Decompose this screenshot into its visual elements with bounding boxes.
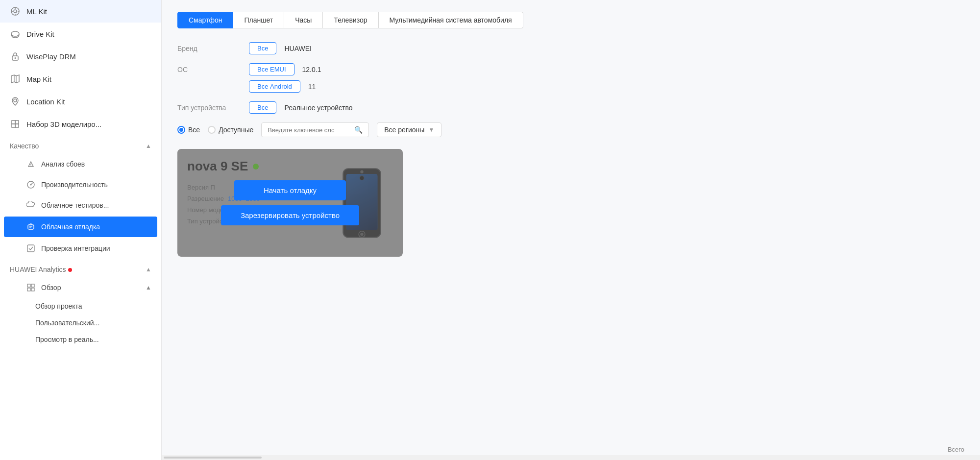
sidebar-item-label: Проверка интеграции: [41, 244, 110, 252]
search-input-wrap[interactable]: 🔍: [261, 122, 369, 137]
tab-smartphone[interactable]: Смартфон: [177, 12, 233, 28]
perf-icon: [25, 179, 36, 190]
svg-rect-26: [31, 284, 34, 287]
brand-all-button[interactable]: Все: [249, 42, 276, 54]
sidebar-item-overview[interactable]: Обзор ▲: [0, 277, 161, 298]
os-emui-value: 12.0.1: [302, 66, 321, 73]
chevron-down-icon: ▼: [428, 126, 434, 133]
sidebar-item-label: Map Kit: [26, 75, 51, 83]
sidebar-item-label: Анализ сбоев: [41, 160, 85, 168]
radio-all-dot: [177, 126, 185, 134]
sidebar-item-location-kit[interactable]: Location Kit: [0, 90, 161, 113]
3d-icon: [10, 119, 21, 129]
search-filter-row: Все Доступные 🔍 Все регионы ▼: [177, 122, 964, 137]
radio-available-label: Доступные: [219, 126, 253, 134]
os-android-filter-row: Все Android 11: [177, 80, 964, 93]
sidebar-item-map-kit[interactable]: Map Kit: [0, 68, 161, 90]
svg-rect-13: [12, 121, 15, 124]
radio-all[interactable]: Все: [177, 126, 200, 134]
brand-value: HUAWEI: [284, 45, 311, 52]
sidebar-item-label: Производительность: [41, 181, 108, 189]
tab-tv[interactable]: Телевизор: [323, 12, 378, 28]
quality-section-header[interactable]: Качество ▲: [0, 135, 161, 154]
sidebar-item-label: Drive Kit: [26, 30, 54, 38]
sidebar-item-label: ML Kit: [26, 7, 47, 16]
tab-car[interactable]: Мультимедийная система автомобиля: [379, 12, 523, 28]
cloud-test-icon: [25, 200, 36, 211]
content-area: Смартфон Планшет Часы Телевизор Мультиме…: [162, 0, 980, 441]
horizontal-scrollbar[interactable]: [162, 455, 980, 460]
sidebar-item-drive-kit[interactable]: Drive Kit: [0, 23, 161, 45]
chevron-up-icon3: ▲: [146, 284, 151, 291]
os-filter-row: ОС Все EMUI 12.0.1: [177, 63, 964, 75]
crash-icon: [25, 159, 36, 169]
svg-rect-16: [15, 124, 19, 127]
reserve-device-button[interactable]: Зарезервировать устройство: [221, 205, 359, 225]
tab-watch[interactable]: Часы: [284, 12, 323, 28]
device-type-tabs: Смартфон Планшет Часы Телевизор Мультиме…: [177, 12, 964, 28]
os-android-button[interactable]: Все Android: [249, 80, 300, 93]
svg-rect-24: [27, 245, 34, 252]
lock-icon: [10, 51, 21, 62]
device-type-all-button[interactable]: Все: [249, 101, 276, 114]
svg-point-6: [11, 31, 19, 36]
drive-icon: [10, 28, 21, 39]
overview-icon: [25, 282, 36, 293]
radio-available[interactable]: Доступные: [208, 126, 253, 134]
sidebar-item-ml-kit[interactable]: ML Kit: [0, 0, 161, 23]
sidebar-item-cloud-testing[interactable]: Облачное тестиров...: [0, 195, 161, 216]
sidebar: ML Kit Drive Kit WisePlay DRM Map Kit Lo…: [0, 0, 162, 460]
search-icon: 🔍: [354, 126, 363, 134]
svg-point-1: [14, 10, 17, 13]
svg-rect-25: [27, 284, 30, 287]
region-select[interactable]: Все регионы ▼: [377, 122, 441, 137]
tab-tablet[interactable]: Планшет: [233, 12, 284, 28]
svg-rect-14: [15, 121, 19, 124]
brand-filter-label: Бренд: [177, 45, 241, 52]
svg-point-18: [30, 166, 31, 167]
svg-point-8: [15, 57, 16, 59]
sidebar-item-label: Облачная отладка: [41, 223, 100, 231]
chevron-up-icon2: ▲: [146, 266, 151, 273]
sidebar-item-user-overview[interactable]: Пользовательский...: [0, 315, 161, 331]
bottom-bar: Всего: [162, 441, 980, 455]
device-card: nova 9 SE Версия П Разрешение 1080×2388 …: [177, 149, 403, 257]
availability-radio-group: Все Доступные: [177, 126, 253, 134]
map-icon: [10, 73, 21, 84]
ml-icon: [10, 6, 21, 17]
scrollbar-thumb[interactable]: [164, 457, 262, 459]
sidebar-item-realtime-view[interactable]: Просмотр в реаль...: [0, 331, 161, 348]
device-type-filter-label: Тип устройства: [177, 104, 241, 112]
os-filter-label: ОС: [177, 66, 241, 73]
sidebar-item-crash-analysis[interactable]: Анализ сбоев: [0, 154, 161, 174]
svg-rect-28: [31, 288, 34, 291]
analytics-label: HUAWEI Analytics: [10, 266, 72, 273]
os-emui-button[interactable]: Все EMUI: [249, 63, 294, 75]
os-android-value: 11: [308, 83, 316, 91]
region-label: Все регионы: [384, 126, 424, 134]
svg-point-12: [14, 99, 17, 102]
radio-all-label: Все: [188, 126, 200, 134]
sidebar-item-cloud-debug[interactable]: Облачная отладка: [4, 217, 157, 237]
device-type-filter-row: Тип устройства Все Реальное устройство: [177, 101, 964, 114]
analytics-badge: [68, 268, 72, 272]
start-debug-button[interactable]: Начать отладку: [234, 180, 346, 200]
svg-rect-21: [28, 225, 34, 229]
main-content: Смартфон Планшет Часы Телевизор Мультиме…: [162, 0, 980, 460]
search-input[interactable]: [268, 126, 351, 134]
analytics-section-header[interactable]: HUAWEI Analytics ▲: [0, 259, 161, 277]
sidebar-item-performance[interactable]: Производительность: [0, 174, 161, 195]
sidebar-item-wiseplay-drm[interactable]: WisePlay DRM: [0, 45, 161, 68]
card-overlay: Начать отладку Зарезервировать устройств…: [177, 149, 403, 257]
sidebar-item-3d-kit[interactable]: Набор 3D моделиро...: [0, 113, 161, 135]
sidebar-item-label: Облачное тестиров...: [41, 201, 109, 209]
svg-rect-15: [12, 124, 15, 127]
sidebar-item-integration-check[interactable]: Проверка интеграции: [0, 238, 161, 259]
sidebar-item-label: Набор 3D моделиро...: [26, 120, 101, 128]
sidebar-item-label: WisePlay DRM: [26, 52, 76, 61]
sidebar-item-project-overview[interactable]: Обзор проекта: [0, 298, 161, 315]
chevron-up-icon: ▲: [146, 143, 151, 149]
radio-available-dot: [208, 126, 216, 134]
check-icon: [25, 243, 36, 254]
svg-marker-9: [11, 75, 19, 83]
